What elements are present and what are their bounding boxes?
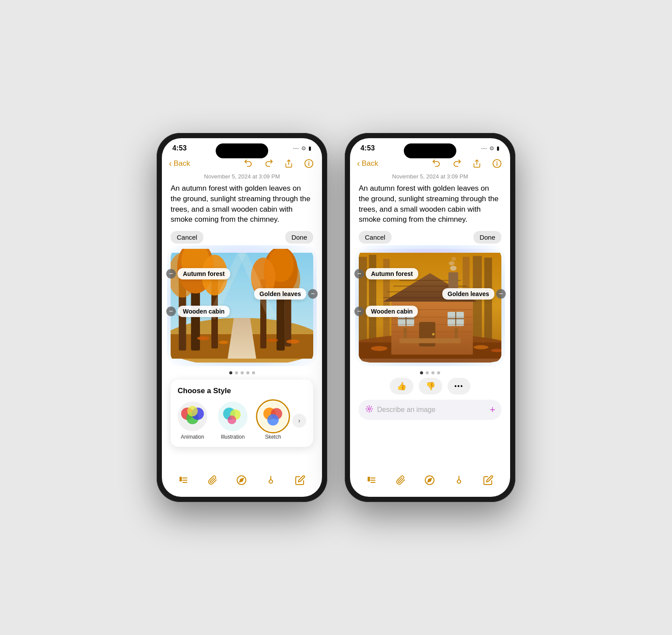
paperclip-button-r[interactable] bbox=[396, 475, 406, 488]
status-icons-right: ···· ⊙ ▮ bbox=[481, 145, 500, 151]
svg-point-85 bbox=[371, 346, 387, 351]
battery-icon-r: ▮ bbox=[497, 145, 500, 151]
back-label-right: Back bbox=[362, 159, 378, 168]
compass-button-r[interactable] bbox=[424, 475, 435, 488]
svg-point-35 bbox=[228, 415, 236, 424]
svg-point-89 bbox=[368, 477, 370, 479]
bottom-toolbar bbox=[162, 471, 322, 497]
dot-r-2 bbox=[426, 371, 429, 374]
compass-button[interactable] bbox=[236, 475, 247, 488]
remove-tag-btn[interactable]: − bbox=[308, 289, 318, 299]
more-button[interactable] bbox=[303, 157, 315, 170]
status-time-right: 4:53 bbox=[360, 144, 375, 152]
dot-1 bbox=[229, 371, 232, 374]
checklist-button-r[interactable] bbox=[367, 475, 377, 488]
svg-point-71 bbox=[432, 333, 435, 336]
back-button-right[interactable]: ‹ Back bbox=[357, 159, 430, 168]
share-button-r[interactable] bbox=[471, 157, 483, 170]
brush-button[interactable] bbox=[266, 475, 276, 488]
dot-r-1 bbox=[420, 371, 423, 374]
action-bar-right: Cancel Done bbox=[359, 231, 501, 244]
bottom-toolbar-right bbox=[350, 471, 510, 497]
right-phone-screen: 4:53 ···· ⊙ ▮ ‹ Back bbox=[350, 138, 510, 497]
describe-plus-button[interactable]: + bbox=[490, 404, 495, 415]
compose-button[interactable] bbox=[295, 475, 305, 488]
svg-point-67 bbox=[450, 266, 457, 271]
remove-tag-btn-gl[interactable]: − bbox=[496, 289, 506, 299]
dislike-button[interactable]: 👎 bbox=[419, 378, 442, 394]
style-sketch[interactable]: Sketch bbox=[258, 401, 288, 440]
tag-wooden-cabin[interactable]: − Wooden cabin bbox=[166, 306, 230, 317]
tag-label-wc: Wooden cabin bbox=[366, 306, 418, 317]
tag-golden-leaves[interactable]: − Golden leaves bbox=[254, 288, 318, 300]
share-button[interactable] bbox=[283, 157, 295, 170]
chevron-left-icon: ‹ bbox=[169, 158, 172, 168]
image-area-right: − Autumn forest − Golden leaves − Wooden… bbox=[359, 249, 501, 363]
style-scroll-arrow[interactable]: › bbox=[292, 414, 306, 428]
svg-point-22 bbox=[219, 341, 228, 344]
compose-button-r[interactable] bbox=[483, 475, 494, 488]
illustration-label: Illustration bbox=[221, 434, 245, 440]
cancel-button[interactable]: Cancel bbox=[171, 231, 203, 244]
describe-placeholder-text: Describe an image bbox=[377, 406, 486, 414]
svg-point-69 bbox=[451, 257, 456, 261]
remove-tag-btn-wc[interactable]: − bbox=[354, 307, 364, 316]
svg-marker-46 bbox=[240, 478, 243, 482]
tag-autumn-forest[interactable]: − Autumn forest bbox=[166, 268, 230, 279]
status-icons: ···· ⊙ ▮ bbox=[293, 145, 312, 151]
note-date-right: November 5, 2024 at 3:09 PM bbox=[359, 173, 501, 180]
note-text: An autumn forest with golden leaves on t… bbox=[171, 183, 313, 225]
more-button-r[interactable] bbox=[491, 157, 503, 170]
redo-button[interactable] bbox=[262, 157, 275, 170]
style-illustration[interactable]: Illustration bbox=[218, 401, 248, 440]
svg-point-86 bbox=[474, 345, 489, 349]
sketch-label: Sketch bbox=[265, 434, 281, 440]
done-button[interactable]: Done bbox=[285, 231, 313, 244]
svg-point-49 bbox=[497, 162, 497, 162]
redo-button-r[interactable] bbox=[451, 157, 463, 170]
pagination-dots bbox=[171, 371, 313, 374]
brush-button-r[interactable] bbox=[454, 475, 464, 488]
svg-point-40 bbox=[180, 477, 182, 479]
dot-4 bbox=[246, 371, 249, 374]
svg-rect-80 bbox=[455, 328, 458, 338]
like-button[interactable]: 👍 bbox=[390, 378, 413, 394]
tag-wooden-cabin-r[interactable]: − Wooden cabin bbox=[354, 306, 418, 317]
note-date: November 5, 2024 at 3:09 PM bbox=[171, 173, 313, 180]
describe-input-area[interactable]: Describe an image + bbox=[359, 400, 501, 420]
tag-label-r: Autumn forest bbox=[366, 268, 418, 279]
paperclip-button[interactable] bbox=[208, 475, 217, 488]
remove-tag-btn[interactable]: − bbox=[166, 269, 176, 279]
undo-button-r[interactable] bbox=[430, 157, 443, 170]
tag-golden-leaves-r[interactable]: − Golden leaves bbox=[442, 288, 506, 300]
sketch-circle bbox=[258, 401, 288, 431]
image-area: − Autumn forest − Golden leaves − Wooden… bbox=[171, 249, 313, 363]
tag-label: Autumn forest bbox=[178, 268, 230, 279]
nav-bar: ‹ Back bbox=[162, 156, 322, 173]
svg-point-39 bbox=[267, 414, 279, 426]
svg-marker-95 bbox=[428, 478, 431, 482]
remove-tag-btn[interactable]: − bbox=[166, 307, 176, 316]
tag-label-gl: Golden leaves bbox=[442, 288, 494, 300]
svg-point-41 bbox=[180, 479, 182, 481]
svg-point-21 bbox=[197, 336, 210, 340]
dot-2 bbox=[235, 371, 238, 374]
nav-actions bbox=[242, 157, 315, 170]
done-button-right[interactable]: Done bbox=[473, 231, 501, 244]
illustration-circle bbox=[218, 401, 248, 431]
content-area: November 5, 2024 at 3:09 PM An autumn fo… bbox=[162, 173, 322, 471]
image-glow-right: − Autumn forest − Golden leaves − Wooden… bbox=[359, 249, 501, 363]
dot-r-4 bbox=[437, 371, 440, 374]
svg-point-90 bbox=[368, 479, 370, 481]
more-options-button[interactable]: ••• bbox=[448, 378, 471, 394]
style-animation[interactable]: Animation bbox=[178, 401, 207, 440]
cancel-button-right[interactable]: Cancel bbox=[359, 231, 392, 244]
nav-actions-right bbox=[430, 157, 503, 170]
remove-tag-btn-r[interactable]: − bbox=[354, 269, 364, 279]
back-button[interactable]: ‹ Back bbox=[169, 159, 242, 168]
undo-button[interactable] bbox=[242, 157, 255, 170]
animation-label: Animation bbox=[181, 434, 204, 440]
status-time: 4:53 bbox=[172, 144, 187, 152]
checklist-button[interactable] bbox=[178, 475, 189, 488]
tag-autumn-forest-r[interactable]: − Autumn forest bbox=[354, 268, 418, 279]
